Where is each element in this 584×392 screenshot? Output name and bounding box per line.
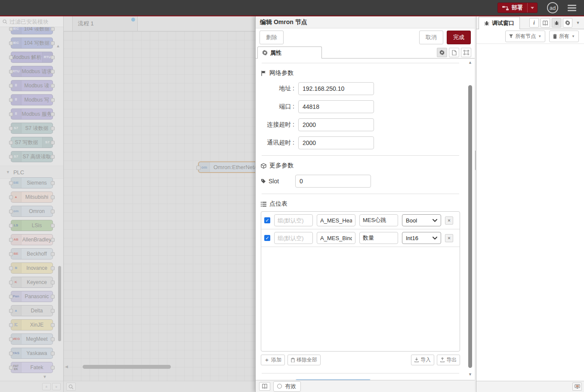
palette-node-beckhoff[interactable]: BE Beckhoff — [11, 248, 53, 259]
palette-node-omron[interactable]: om Omron — [11, 206, 53, 217]
palette-scrollbar[interactable] — [58, 266, 61, 341]
flow-node-omron[interactable]: om Omron:EtherNet/ — [198, 161, 255, 173]
palette-node-xinje[interactable]: 汇 XinJE — [11, 319, 53, 330]
port-input[interactable] — [298, 100, 374, 113]
point-name-input[interactable] — [317, 214, 355, 226]
node-enabled-toggle[interactable]: 有效 — [273, 381, 301, 392]
palette-node-mitsubishi[interactable]: ▲ Mitsubishi — [11, 191, 53, 203]
open-window-button[interactable] — [572, 383, 582, 391]
scroll-up-icon[interactable]: ▲ — [468, 60, 472, 65]
canvas-hscrollbar[interactable]: ◀ — [64, 364, 255, 369]
palette-node-fatek[interactable]: FAT EK Fatek — [11, 362, 53, 373]
port-row: 端口 : — [261, 100, 460, 113]
palette-node-siemens[interactable]: SIE Siemens — [11, 177, 53, 188]
address-input[interactable] — [298, 82, 374, 95]
palette-node-allenbradley[interactable]: AB AllenBradley — [11, 234, 53, 245]
config-tab-button[interactable] — [563, 18, 572, 28]
palette-search-input[interactable] — [9, 19, 57, 25]
scroll-down-icon[interactable]: ▼ — [468, 372, 472, 377]
export-points-button[interactable]: 导出 — [437, 355, 460, 365]
palette-node-modbus-解析[interactable]: RTU Modbus 解析 — [11, 52, 53, 63]
palette-node-delta[interactable]: ▲ Delta — [11, 305, 53, 316]
palette-node-modbus-请求[interactable]: RTU Modbus 请求 — [11, 66, 53, 77]
palette-node-panasonic[interactable]: Pan Panasonic — [11, 291, 53, 302]
palette-node-lsis[interactable]: LS LSis — [11, 220, 53, 231]
point-desc-input[interactable] — [359, 232, 398, 244]
palette-node-keyence[interactable]: K Keyence — [11, 277, 53, 288]
remove-point-button[interactable]: × — [445, 234, 453, 242]
slot-input[interactable] — [295, 175, 371, 188]
palette-node-s7-写数据[interactable]: S7 S7 写数据 — [11, 137, 53, 148]
tab-debug[interactable]: 调试窗口 — [479, 17, 520, 29]
point-group-input[interactable] — [274, 214, 313, 226]
import-points-button[interactable]: 导入 — [411, 355, 434, 365]
palette-node-104-写数据[interactable]: IEC 104 写数据 — [11, 37, 53, 49]
comm-timeout-input[interactable] — [298, 136, 374, 149]
tab-flow-1[interactable]: 流程 1 — [72, 16, 138, 31]
tab-properties[interactable]: 属性 — [257, 46, 322, 59]
node-input-port[interactable] — [196, 166, 201, 170]
done-button[interactable]: 完成 — [447, 31, 471, 44]
delete-button[interactable]: 删除 — [260, 31, 284, 44]
appearance-view-button[interactable] — [461, 48, 471, 57]
palette-node-megmeet[interactable]: MEG MegMeet — [11, 333, 53, 345]
palette-node-modbus-写[interactable]: ⠿ Modbus 写 — [11, 94, 53, 105]
comm-timeout-label: 通讯超时 : — [261, 139, 294, 147]
properties-view-button[interactable] — [437, 48, 447, 57]
panel-resize-handle[interactable] — [475, 16, 476, 392]
clear-debug-button[interactable]: 所有 ▼ — [549, 31, 579, 42]
remove-point-button[interactable]: × — [445, 216, 453, 225]
canvas-grid[interactable]: om Omron:EtherNet/ ◀ — [64, 31, 255, 381]
node-input-port — [9, 112, 13, 116]
palette-node-s7-高级读取[interactable]: S7 S7 高级读取 — [11, 151, 53, 162]
filter-nodes-button[interactable]: 所有节点 ▼ — [505, 31, 545, 42]
add-point-button[interactable]: ＋ 添加 — [261, 355, 285, 365]
help-tab-button[interactable] — [541, 18, 550, 28]
cycle-read-input[interactable] — [295, 380, 371, 380]
palette-node-104-读数据[interactable]: IEC 104 读数据 — [11, 27, 53, 34]
enabled-radio-icon — [277, 384, 282, 389]
plus-icon: ＋ — [264, 356, 269, 364]
palette-category-plc[interactable]: ▼ PLC — [0, 166, 63, 179]
collapse-all-categories-button[interactable]: « — [42, 383, 51, 390]
main-menu-icon[interactable] — [568, 5, 576, 11]
sidebar-menu-caret[interactable]: ▼ — [574, 21, 582, 25]
sidebar-footer — [476, 381, 584, 392]
deploy-button[interactable]: 部署 — [497, 3, 538, 13]
description-view-button[interactable] — [449, 48, 459, 57]
remove-all-points-button[interactable]: 移除全部 — [287, 355, 321, 365]
vscroll-thumb[interactable] — [468, 85, 472, 368]
point-name-input[interactable] — [317, 232, 355, 244]
palette-node-yaskawa[interactable]: YAS Yaskawa — [11, 348, 53, 359]
palette-scroll-up-icon[interactable]: ▲ — [56, 43, 60, 48]
point-desc-input[interactable] — [359, 214, 398, 226]
user-avatar[interactable]: ad — [547, 2, 558, 13]
debug-tab-button[interactable] — [552, 18, 561, 28]
palette-node-label: 104 写数据 — [22, 40, 53, 47]
flow-canvas[interactable]: 流程 1 om Omron:EtherNet/ ◀ — [64, 16, 255, 392]
cancel-button[interactable]: 取消 — [419, 31, 443, 44]
palette-node-label: MegMeet — [22, 336, 53, 342]
zoom-search-button[interactable] — [66, 383, 76, 391]
scroll-left-icon[interactable]: ◀ — [65, 364, 68, 369]
palette-search[interactable] — [0, 16, 63, 27]
palette-node-inovance[interactable]: ≋ Inovance — [11, 262, 53, 274]
point-group-input[interactable] — [274, 232, 313, 244]
palette-node-s7-读数据[interactable]: S7 S7 读数据 — [11, 123, 53, 134]
palette-node-modbus-服务[interactable]: ⠿ Modbus 服务 — [11, 108, 53, 120]
hscroll-thumb[interactable] — [83, 365, 171, 369]
connect-timeout-input[interactable] — [298, 118, 374, 131]
node-output-port — [51, 266, 55, 270]
edit-node-panel: 编辑 Omron 节点 删除 取消 完成 属性 — [255, 16, 475, 392]
palette-scroll-down-icon[interactable]: ▼ — [43, 374, 47, 379]
palette-node-modbus-读[interactable]: ⠿ Modbus 读 — [11, 80, 53, 91]
point-type-select[interactable]: Bool — [402, 214, 441, 226]
node-help-button[interactable] — [259, 382, 270, 391]
point-enabled-checkbox[interactable]: ✓ — [264, 217, 270, 223]
deploy-options-button[interactable] — [527, 3, 537, 12]
point-type-select[interactable]: Int16 — [402, 232, 441, 244]
point-enabled-checkbox[interactable]: ✓ — [264, 235, 270, 241]
edit-form-scrollbar[interactable]: ▲ ▼ — [467, 60, 473, 377]
expand-all-categories-button[interactable]: » — [52, 383, 61, 390]
info-tab-button[interactable]: i — [529, 18, 539, 28]
